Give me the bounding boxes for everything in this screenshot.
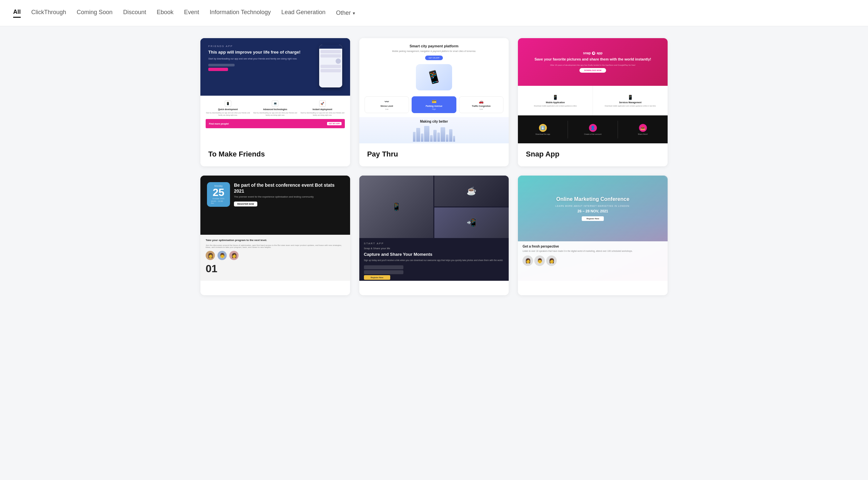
card-online-marketing[interactable]: Online Marketing Conference LEARN MORE A… [518, 176, 668, 295]
chevron-down-icon: ▾ [353, 10, 355, 16]
stat-stress-level: 〰️ Stress Level Low [365, 96, 409, 113]
start-image-grid: 📱 ☕ 📲 [359, 176, 509, 238]
pay-top-section: Smart city payment platform Mobile parki… [359, 38, 509, 92]
account-icon: 👤 [589, 124, 597, 132]
friends-features-row: 📱 Quick development Start by downloading… [206, 100, 345, 116]
bot-top-section: Monday 25 October 2021 10:00 – 12:00 Am … [200, 176, 350, 235]
friends-email-input [208, 64, 235, 66]
card-preview-conf: Online Marketing Conference LEARN MORE A… [518, 176, 668, 281]
services-icon: 📱 [627, 95, 633, 100]
stress-title: Stress Level [380, 105, 393, 107]
conf-person-1: 👩 [523, 255, 533, 266]
mobile-app-title: Mobile Application [546, 101, 565, 104]
start-bottom-section: START APP Snap & Share your life Capture… [359, 238, 509, 281]
card-preview-pay: Smart city payment platform Mobile parki… [359, 38, 509, 143]
card-snap-app[interactable]: snap app Save your favorite pictures and… [518, 38, 668, 166]
building-4 [424, 126, 429, 142]
start-tagline: Snap & Share your life [364, 247, 504, 250]
traffic-val: Low [480, 108, 483, 110]
start-app-label: START APP [364, 242, 504, 245]
download-label: Download the app [536, 133, 550, 135]
snap-dot [592, 52, 595, 55]
nav-item-all[interactable]: All [13, 8, 21, 18]
bot-register-button[interactable]: REGISTER NOW [234, 202, 257, 206]
feature-desc-deploy: Start by downloading our app and see wha… [300, 112, 345, 116]
conf-register-button[interactable]: Register Now [582, 216, 603, 221]
card-grid: FRIENDS APP This app will improve your l… [187, 26, 681, 307]
feature-title-deploy: Instant deployment [313, 108, 332, 110]
building-9 [446, 134, 448, 142]
feature-instant-deploy: 🚀 Instant deployment Start by downloadin… [300, 100, 345, 116]
bot-event-text: Be part of the best conference event Bot… [234, 182, 343, 206]
snap-dot-inner [593, 52, 595, 54]
conf-bottom-title: Get a fresh perspective [523, 245, 663, 248]
feature-title-quick: Quick development [218, 108, 238, 110]
card-to-make-friends[interactable]: FRIENDS APP This app will improve your l… [200, 38, 350, 166]
pay-stats-row: 〰️ Stress Level Low 💳 Parking revenue Hi… [359, 92, 509, 117]
stat-parking-revenue: 💳 Parking revenue High [412, 96, 456, 113]
share-label: Share them! [638, 133, 648, 135]
bot-section-sub: Join the discussion around the future of… [206, 244, 345, 248]
start-img-phone: 📲 [434, 207, 509, 238]
bot-section-title: Take your optimisation program to the ne… [206, 239, 345, 242]
bot-date-badge: Monday 25 October 2021 10:00 – 12:00 Am [207, 182, 230, 207]
nav-other-label: Other [336, 9, 351, 16]
conf-bottom-section: Get a fresh perspective Listen to over 1… [518, 241, 668, 281]
snap-logo: snap app [583, 51, 602, 55]
friends-cta-bar: Find more people! GET MY APP [206, 119, 345, 128]
building-11 [453, 136, 455, 142]
account-label: Create a free account [584, 133, 601, 135]
nav-item-discount[interactable]: Discount [123, 9, 146, 17]
nav-item-other[interactable]: Other ▾ [336, 9, 355, 16]
snap-download-btn[interactable]: DOWNLOAD NOW [580, 68, 606, 73]
nav-item-event[interactable]: Event [184, 9, 199, 17]
snap-download-action: ⬇️ Download the app [518, 121, 568, 138]
bot-time: 10:00 – 12:00 Am [211, 200, 226, 204]
phone-row-1 [320, 50, 341, 53]
person-avatar-2: 👨 [217, 251, 227, 260]
friends-text: FRIENDS APP This app will improve your l… [208, 45, 314, 71]
building-2 [416, 128, 420, 142]
feature-icon-deploy: 🚀 [319, 100, 326, 107]
card-start-app[interactable]: 📱 ☕ 📲 START APP Snap & Share your life C… [359, 176, 509, 295]
card-bot-stats[interactable]: Monday 25 October 2021 10:00 – 12:00 Am … [200, 176, 350, 295]
traffic-icon: 🚗 [479, 99, 484, 104]
phone-avatar [336, 59, 341, 64]
start-register-button[interactable]: Register Now [364, 275, 390, 280]
card-label-bot [200, 281, 350, 295]
snap-top-section: snap app Save your favorite pictures and… [518, 38, 668, 86]
phone-row-2 [320, 54, 341, 58]
start-headline: Capture and Share Your Moments [364, 252, 504, 257]
friends-form [208, 64, 314, 71]
friends-cta-btn [208, 68, 228, 71]
start-sub: Sign up today and you'll receive a link … [364, 259, 504, 262]
nav-item-ebook[interactable]: Ebook [157, 9, 174, 17]
share-icon: 📤 [639, 124, 647, 132]
snap-sub: After 10 years of development the app ha… [550, 64, 636, 66]
city-skyline [413, 125, 455, 142]
nav-item-clickthrough[interactable]: ClickThrough [31, 9, 66, 17]
friends-bottom-section: 📱 Quick development Start by downloading… [200, 96, 350, 143]
nav-item-information-technology[interactable]: Information Technology [210, 9, 271, 17]
feature-icon-advanced: 💻 [272, 100, 278, 107]
friends-sub: Start by downloading our app and see wha… [208, 57, 314, 61]
building-1 [413, 132, 415, 142]
card-pay-thru[interactable]: Smart city payment platform Mobile parki… [359, 38, 509, 166]
bot-overlay: Monday 25 October 2021 10:00 – 12:00 Am … [200, 176, 350, 281]
snap-headline: Save your favorite pictures and share th… [534, 57, 651, 62]
snap-features-row: 📱 Mobile Application Download mobile app… [518, 86, 668, 115]
conf-bottom-sub: Listen to over 10 speakers that have mad… [523, 249, 663, 253]
pay-get-btn[interactable]: GET ON APP [425, 56, 442, 60]
nav-item-lead-generation[interactable]: Lead Generation [281, 9, 326, 17]
friends-app-name: FRIENDS APP [208, 45, 314, 48]
bot-bottom-section: Take your optimisation program to the ne… [200, 235, 350, 281]
building-7 [437, 133, 440, 142]
conf-dates: 26 – 28 NOV, 2021 [578, 209, 608, 213]
start-name-input [364, 270, 403, 274]
nav-item-coming-soon[interactable]: Coming Soon [77, 9, 113, 17]
snap-share-action: 📤 Share them! [618, 121, 668, 138]
friends-get-app-button[interactable]: GET MY APP [327, 122, 342, 125]
bot-day-num: 25 [213, 187, 224, 198]
card-label-start [359, 281, 509, 295]
feature-icon-quick: 📱 [225, 100, 231, 107]
